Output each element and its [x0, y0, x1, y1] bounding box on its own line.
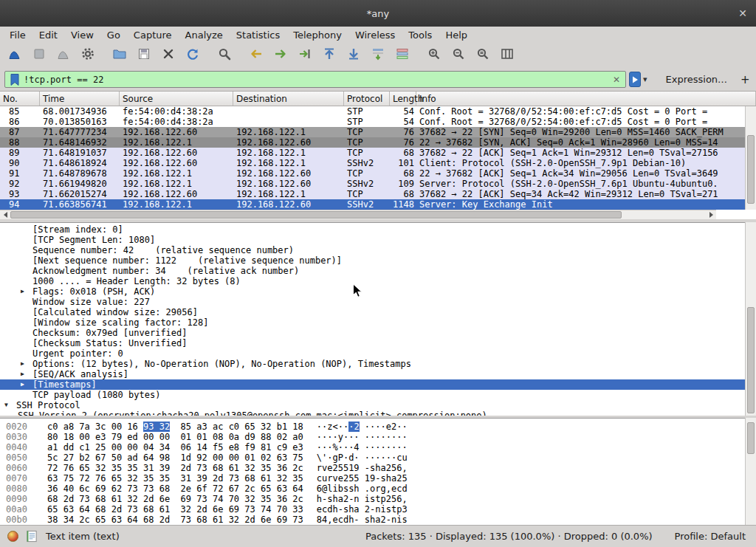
- menu-view[interactable]: View: [64, 28, 100, 42]
- column-header-time[interactable]: Time: [40, 92, 120, 106]
- detail-line[interactable]: 1000 .... = Header Length: 32 bytes (8): [0, 276, 756, 286]
- scrollbar-thumb[interactable]: [747, 422, 755, 455]
- hex-row[interactable]: 0040a1 dd c1 25 00 00 04 34 06 14 f5 e8 …: [0, 442, 756, 453]
- packet-row[interactable]: 9171.648789678192.168.122.1192.168.122.6…: [0, 168, 756, 179]
- go-top-button[interactable]: [318, 45, 340, 66]
- detail-line[interactable]: [TCP Segment Len: 1080]: [0, 235, 756, 245]
- status-profile[interactable]: Profile: Default: [675, 531, 746, 542]
- detail-line[interactable]: Acknowledgment number: 34 (relative ack …: [0, 266, 756, 276]
- display-filter-field[interactable]: ✕: [4, 71, 626, 88]
- clear-filter-icon[interactable]: ✕: [611, 75, 622, 85]
- detail-line[interactable]: Checksum: 0x79ed [unverified]: [0, 328, 756, 338]
- file-open-button[interactable]: [109, 45, 131, 66]
- scroll-left-icon[interactable]: [0, 210, 10, 219]
- expression-button[interactable]: Expression…: [660, 72, 734, 87]
- menu-edit[interactable]: Edit: [32, 28, 64, 42]
- apply-filter-button[interactable]: [629, 72, 641, 87]
- zoom-original-button[interactable]: [472, 45, 494, 66]
- expander-down-icon[interactable]: ▼: [4, 402, 8, 408]
- menu-analyze[interactable]: Analyze: [179, 28, 230, 42]
- detail-line[interactable]: SSH Version 2 (encryption:chacha20-poly1…: [0, 410, 756, 416]
- reload-button[interactable]: [182, 45, 204, 66]
- scrollbar-thumb[interactable]: [747, 307, 755, 413]
- packet-row[interactable]: 9371.662015274192.168.122.60192.168.122.…: [0, 189, 756, 199]
- menu-go[interactable]: Go: [100, 28, 127, 42]
- display-filter-input[interactable]: [24, 72, 608, 86]
- expander-right-icon[interactable]: ▶: [21, 381, 24, 388]
- detail-line[interactable]: ▶Options: (12 bytes), No-Operation (NOP)…: [0, 359, 756, 369]
- packet-row[interactable]: 8670.013850163fe:54:00:d4:38:2aSTP54Conf…: [0, 117, 756, 127]
- capture-options-button[interactable]: [77, 45, 99, 66]
- packet-row[interactable]: 8568.001734936fe:54:00:d4:38:2aSTP54Conf…: [0, 106, 756, 117]
- detail-line[interactable]: Urgent pointer: 0: [0, 348, 756, 359]
- detail-line[interactable]: [Next sequence number: 1122 (relative se…: [0, 255, 756, 266]
- detail-line[interactable]: [Window size scaling factor: 128]: [0, 317, 756, 328]
- menu-help[interactable]: Help: [439, 28, 474, 42]
- go-forward-button[interactable]: [269, 45, 292, 66]
- hex-row[interactable]: 008036 40 6c 69 62 73 73 68 2e 6f 72 67 …: [0, 484, 756, 494]
- resize-columns-button[interactable]: [496, 45, 518, 66]
- packet-row[interactable]: 8771.647777234192.168.122.60192.168.122.…: [0, 127, 756, 137]
- hex-row[interactable]: 0020c0 a8 7a 3c 00 16 93 32 85 a3 ac c0 …: [0, 422, 756, 432]
- horizontal-scrollbar[interactable]: [0, 210, 716, 219]
- hex-row[interactable]: 009068 2d 73 68 61 32 2d 6e 69 73 74 70 …: [0, 494, 756, 504]
- detail-pane-scrollbar[interactable]: [745, 222, 756, 416]
- expander-right-icon[interactable]: ▶: [21, 360, 24, 367]
- file-save-button[interactable]: [133, 45, 155, 66]
- menu-file[interactable]: File: [3, 28, 32, 42]
- scroll-right-icon[interactable]: [706, 210, 716, 219]
- menu-wireless[interactable]: Wireless: [348, 28, 402, 42]
- column-header-length[interactable]: Length: [390, 92, 416, 106]
- zoom-in-button[interactable]: [423, 45, 445, 66]
- detail-line[interactable]: TCP payload (1080 bytes): [0, 390, 756, 400]
- hex-row[interactable]: 00a065 63 64 68 2d 73 68 61 32 2d 6e 69 …: [0, 504, 756, 515]
- packet-row[interactable]: 8971.648191037192.168.122.60192.168.122.…: [0, 148, 756, 158]
- hex-row[interactable]: 00b038 34 2c 65 63 64 68 2d 73 68 61 32 …: [0, 515, 756, 525]
- detail-line[interactable]: ▶Flags: 0x018 (PSH, ACK): [0, 286, 756, 297]
- packet-row[interactable]: 9471.663856741192.168.122.1192.168.122.6…: [0, 199, 756, 210]
- detail-line[interactable]: ▼SSH Protocol: [0, 400, 756, 410]
- detail-line[interactable]: Window size value: 227: [0, 297, 756, 307]
- auto-scroll-button[interactable]: [367, 45, 389, 66]
- column-header-protocol[interactable]: Protocol: [344, 92, 390, 106]
- packet-row[interactable]: 9271.661949820192.168.122.1192.168.122.6…: [0, 179, 756, 189]
- column-header-source[interactable]: Source: [120, 92, 233, 106]
- column-header-info[interactable]: Info: [416, 92, 756, 106]
- detail-line[interactable]: [Stream index: 0]: [0, 224, 756, 235]
- colorize-button[interactable]: [391, 45, 413, 66]
- bookmark-icon[interactable]: [9, 73, 21, 86]
- close-button[interactable]: ✕: [738, 7, 747, 20]
- file-close-button[interactable]: [157, 45, 179, 66]
- capture-stop-button[interactable]: [28, 45, 50, 66]
- capture-file-properties-icon[interactable]: [24, 529, 38, 543]
- packet-row[interactable]: 8871.648146932192.168.122.1192.168.122.6…: [0, 137, 756, 148]
- hex-row[interactable]: 006072 76 65 32 35 35 31 39 2d 73 68 61 …: [0, 463, 756, 473]
- detail-line[interactable]: ▶[SEQ/ACK analysis]: [0, 369, 756, 379]
- menu-telephony[interactable]: Telephony: [286, 28, 348, 42]
- horizontal-scrollbar-thumb[interactable]: [10, 211, 622, 219]
- expander-right-icon[interactable]: ▶: [21, 288, 24, 295]
- capture-restart-button[interactable]: [52, 45, 75, 66]
- hex-row[interactable]: 007063 75 72 76 65 32 35 35 31 39 2d 73 …: [0, 473, 756, 484]
- hex-row[interactable]: 00505c 27 b2 67 50 ad 64 98 1d 92 00 00 …: [0, 453, 756, 463]
- hex-row[interactable]: 003080 18 00 e3 79 ed 00 00 01 01 08 0a …: [0, 432, 756, 442]
- find-button[interactable]: [213, 45, 236, 66]
- zoom-out-button[interactable]: [447, 45, 470, 66]
- scrollbar-thumb[interactable]: [747, 135, 755, 203]
- go-back-button[interactable]: [245, 45, 267, 66]
- capture-start-button[interactable]: [4, 45, 26, 66]
- go-bottom-button[interactable]: [343, 45, 365, 66]
- detail-line[interactable]: [Calculated window size: 29056]: [0, 307, 756, 317]
- go-to-packet-button[interactable]: [294, 45, 316, 66]
- hex-pane-scrollbar[interactable]: [745, 418, 756, 525]
- filter-dropdown-caret-icon[interactable]: ▾: [641, 75, 650, 84]
- packet-row[interactable]: 9071.648618924192.168.122.60192.168.122.…: [0, 158, 756, 168]
- expert-info-icon[interactable]: [7, 531, 18, 542]
- packet-list-scrollbar[interactable]: [745, 106, 756, 210]
- column-header-no[interactable]: No.: [0, 92, 40, 106]
- detail-line[interactable]: ▶[Timestamps]: [0, 379, 756, 390]
- detail-line[interactable]: Sequence number: 42 (relative sequence n…: [0, 245, 756, 255]
- column-header-destination[interactable]: Destination: [233, 92, 344, 106]
- menu-capture[interactable]: Capture: [127, 28, 179, 42]
- expander-right-icon[interactable]: ▶: [21, 371, 24, 377]
